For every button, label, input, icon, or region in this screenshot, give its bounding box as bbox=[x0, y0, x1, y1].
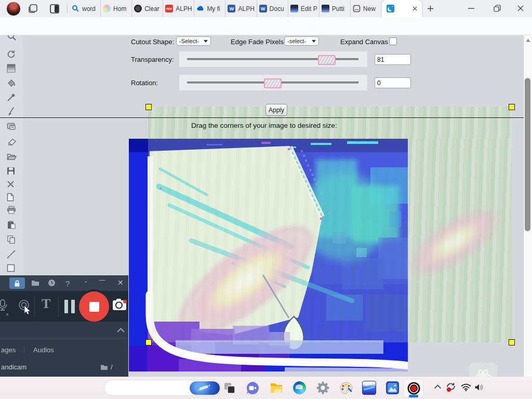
photos-icon[interactable] bbox=[385, 381, 400, 395]
dark-circle-icon bbox=[134, 5, 142, 12]
profile-avatar[interactable] bbox=[6, 2, 21, 16]
edge-icon[interactable] bbox=[292, 381, 307, 395]
colorful-home-icon bbox=[103, 5, 111, 12]
mouse-click-effect-icon[interactable] bbox=[18, 299, 31, 314]
apply-button[interactable]: Apply bbox=[265, 104, 287, 116]
paste-overlay-on-image bbox=[148, 139, 409, 342]
rect-tool-icon[interactable] bbox=[7, 264, 15, 272]
save-icon[interactable] bbox=[7, 167, 15, 175]
open-folder-icon[interactable] bbox=[7, 153, 17, 161]
tab-word-search[interactable]: word bbox=[70, 0, 101, 17]
minimize-icon[interactable]: — bbox=[99, 276, 105, 283]
transparency-slider-handle[interactable] bbox=[318, 55, 336, 65]
restore-window-icon[interactable] bbox=[494, 5, 501, 12]
divider bbox=[0, 338, 128, 339]
folder-root[interactable]: / bbox=[111, 363, 113, 371]
cutout-shape-select[interactable]: -Select- bbox=[176, 36, 211, 46]
rotation-slider-handle[interactable] bbox=[264, 78, 282, 88]
output-folder-icon[interactable] bbox=[31, 280, 39, 286]
chevron-down-icon bbox=[204, 40, 208, 43]
lock-button[interactable] bbox=[9, 277, 25, 289]
browser-tab-bar: word Hom Clear PDF ALPH My fi W ALPH bbox=[0, 0, 532, 17]
file-explorer-icon[interactable] bbox=[269, 381, 283, 395]
resize-handle-bottom-left[interactable] bbox=[145, 339, 152, 345]
scroll-up-icon[interactable] bbox=[526, 38, 530, 42]
rotate-icon[interactable] bbox=[7, 50, 16, 59]
stamp-icon[interactable] bbox=[7, 122, 16, 130]
pause-button[interactable] bbox=[64, 300, 76, 313]
word-app-icon: W bbox=[228, 5, 235, 12]
tab-new[interactable]: New bbox=[351, 0, 381, 17]
tab-docu-word[interactable]: W Docu bbox=[257, 0, 288, 17]
line-tool-icon[interactable] bbox=[7, 250, 16, 259]
tab-home[interactable]: Hom bbox=[101, 0, 132, 17]
screenshot-camera-button[interactable] bbox=[112, 298, 128, 311]
tab-putting-image[interactable]: Putti bbox=[320, 0, 351, 17]
rotation-input[interactable] bbox=[375, 77, 411, 88]
resize-handle-bottom-right[interactable] bbox=[509, 339, 515, 345]
split-screen-icon[interactable] bbox=[49, 4, 60, 14]
tab-label: Docu bbox=[270, 5, 284, 12]
eyedropper-icon[interactable] bbox=[7, 93, 16, 102]
speaker-icon[interactable] bbox=[474, 383, 484, 391]
copy-icon[interactable] bbox=[7, 235, 16, 244]
text-overlay-tool[interactable]: T bbox=[42, 296, 50, 312]
brush-icon[interactable] bbox=[7, 107, 15, 116]
tab-my-files[interactable]: My fi bbox=[194, 0, 225, 17]
small-minus-icon[interactable]: - bbox=[85, 277, 87, 285]
expand-canvas-label: Expand Canvas bbox=[340, 38, 388, 46]
stop-record-button[interactable] bbox=[79, 291, 109, 322]
transparency-label: Transparency: bbox=[131, 56, 174, 63]
edge-fade-select[interactable]: -select- bbox=[284, 36, 319, 46]
help-icon[interactable]: ? bbox=[65, 279, 70, 288]
zoom-icon[interactable] bbox=[7, 35, 16, 41]
chat-icon[interactable] bbox=[245, 381, 259, 395]
word-app-icon: W bbox=[259, 5, 267, 12]
scrollbar-thumb[interactable] bbox=[525, 78, 530, 231]
paste-icon[interactable] bbox=[7, 220, 16, 229]
chevron-down-icon bbox=[312, 40, 316, 43]
active-tab-lunapic[interactable] bbox=[382, 0, 422, 17]
resize-handle-top-left[interactable] bbox=[145, 104, 152, 110]
folder-name[interactable]: andicam bbox=[1, 363, 26, 371]
tab-alph-pdf[interactable]: PDF ALPH bbox=[163, 0, 194, 17]
tab-clear[interactable]: Clear bbox=[132, 0, 163, 17]
folder-icon[interactable] bbox=[100, 364, 108, 370]
windows-taskbar: arch bbox=[0, 377, 532, 399]
new-tab-button[interactable] bbox=[427, 5, 434, 12]
minimize-window-icon[interactable] bbox=[468, 8, 474, 9]
tab-images[interactable]: ages bbox=[1, 346, 16, 354]
sync-icon[interactable] bbox=[446, 382, 457, 393]
new-doc-icon[interactable] bbox=[7, 193, 14, 202]
recorder-titlebar[interactable]: ? - — ✕ bbox=[0, 275, 128, 291]
print-icon[interactable] bbox=[7, 206, 16, 214]
fill-bucket-icon[interactable] bbox=[7, 78, 16, 87]
eraser-icon[interactable] bbox=[7, 138, 16, 145]
settings-icon[interactable] bbox=[316, 381, 330, 395]
browser-toolbar: https://www2.lunapic.com/editor/?action=… bbox=[0, 17, 532, 35]
tab-label: Putti bbox=[332, 5, 344, 12]
close-window-icon[interactable] bbox=[517, 5, 524, 11]
paint-icon[interactable] bbox=[339, 381, 353, 395]
tab-alph-word[interactable]: W ALPH bbox=[225, 0, 257, 17]
image-thumb-icon bbox=[290, 5, 298, 12]
microphone-muted-icon[interactable] bbox=[0, 299, 8, 313]
close-tab-icon[interactable] bbox=[413, 6, 417, 11]
close-icon[interactable]: ✕ bbox=[117, 278, 124, 287]
task-view-icon[interactable] bbox=[222, 381, 236, 395]
history-clock-icon[interactable] bbox=[48, 279, 56, 287]
resize-handle-top-right[interactable] bbox=[509, 104, 515, 110]
delete-x-icon[interactable] bbox=[7, 180, 15, 188]
gradient-icon[interactable] bbox=[7, 64, 16, 73]
expand-canvas-checkbox[interactable] bbox=[389, 37, 397, 45]
tab-audios[interactable]: Audios bbox=[33, 346, 54, 354]
wifi-icon[interactable] bbox=[461, 383, 471, 391]
tab-edit-image[interactable]: Edit P bbox=[288, 0, 320, 17]
transparency-input[interactable] bbox=[375, 54, 411, 65]
glitch-app-icon[interactable] bbox=[362, 381, 376, 395]
tab-label: word bbox=[82, 5, 96, 12]
search-box[interactable]: arch bbox=[104, 380, 221, 396]
tray-chevron-up-icon[interactable] bbox=[434, 384, 442, 389]
workspaces-icon[interactable] bbox=[28, 4, 38, 14]
collapse-chevron-icon[interactable] bbox=[117, 328, 125, 332]
